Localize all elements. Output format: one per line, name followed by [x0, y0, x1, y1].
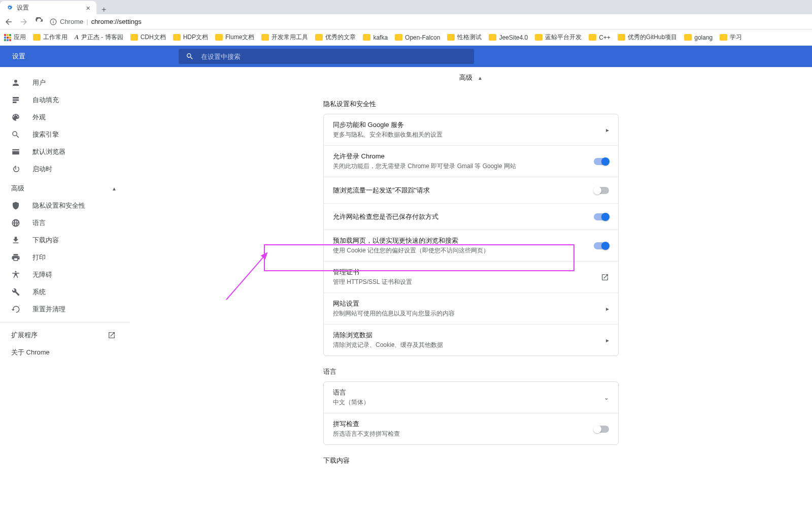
sidebar-item[interactable]: 自动填充: [0, 91, 130, 109]
section-title-downloads: 下载内容: [323, 456, 619, 465]
privacy-card: 同步功能和 Google 服务更多与隐私、安全和数据收集相关的设置▸允许登录 C…: [323, 114, 619, 356]
person-icon: [11, 78, 20, 87]
address-bar: Chrome | chrome://settings: [0, 14, 812, 29]
blog-icon: A: [75, 34, 79, 41]
folder-icon: [130, 34, 138, 41]
svg-rect-1: [53, 21, 53, 23]
bookmark-item[interactable]: 性格测试: [447, 33, 482, 42]
folder-icon: [173, 34, 181, 41]
settings-row[interactable]: 网站设置控制网站可使用的信息以及可向您显示的内容▸: [324, 293, 618, 324]
folder-icon: [33, 34, 41, 41]
settings-search[interactable]: [179, 49, 474, 64]
bookmark-item[interactable]: 工作常用: [33, 33, 67, 42]
folder-icon: [395, 34, 402, 41]
bookmark-item[interactable]: kafka: [363, 34, 388, 41]
close-icon[interactable]: ×: [86, 4, 90, 12]
sidebar-item[interactable]: 无障碍: [0, 266, 130, 283]
sidebar-item[interactable]: 下载内容: [0, 232, 130, 249]
reload-button[interactable]: [35, 17, 44, 26]
search-icon: [11, 130, 20, 139]
language-card: 语言中文（简体）⌄拼写检查所选语言不支持拼写检查: [323, 381, 619, 445]
folder-icon: [261, 34, 269, 41]
folder-icon: [535, 34, 543, 41]
bookmark-item[interactable]: golang: [684, 34, 713, 41]
folder-icon: [315, 34, 323, 41]
bookmark-item[interactable]: Flume文档: [215, 33, 254, 42]
accessibility-icon: [11, 270, 20, 279]
folder-icon: [618, 34, 625, 41]
chevron-right-icon: ▸: [606, 126, 609, 134]
sidebar-item[interactable]: 隐私设置和安全性: [0, 197, 130, 214]
toggle-switch[interactable]: [594, 426, 609, 433]
bookmarks-bar: 应用 工作常用A尹正杰 - 博客园CDH文档HDP文档Flume文档开发常用工具…: [0, 29, 812, 46]
wrench-icon: [11, 287, 20, 297]
sidebar-item[interactable]: 启动时: [0, 160, 130, 178]
browser-icon: [11, 147, 20, 156]
page-title: 设置: [12, 52, 25, 61]
folder-icon: [720, 34, 727, 41]
bookmark-item[interactable]: A尹正杰 - 博客园: [75, 33, 123, 42]
bookmark-item[interactable]: 开发常用工具: [261, 33, 308, 42]
address-input[interactable]: Chrome | chrome://settings: [50, 18, 142, 25]
bookmark-item[interactable]: HDP文档: [173, 33, 208, 42]
palette-icon: [11, 113, 20, 122]
toggle-switch[interactable]: [594, 213, 609, 220]
chevron-up-icon: ▲: [112, 186, 117, 191]
launch-icon: [108, 331, 116, 339]
folder-icon: [363, 34, 370, 41]
advanced-section-header[interactable]: 高级▲: [130, 67, 812, 88]
shield-icon: [11, 201, 20, 210]
autofill-icon: [11, 95, 20, 105]
toggle-switch[interactable]: [594, 242, 609, 249]
section-title-privacy: 隐私设置和安全性: [323, 100, 619, 109]
print-icon: [11, 253, 20, 262]
forward-button[interactable]: [19, 17, 28, 26]
bookmark-item[interactable]: CDH文档: [130, 33, 166, 42]
toggle-switch[interactable]: [594, 158, 609, 165]
apps-shortcut[interactable]: 应用: [4, 33, 26, 42]
bookmark-item[interactable]: C++: [589, 34, 611, 41]
new-tab-button[interactable]: +: [101, 5, 106, 14]
settings-row[interactable]: 随浏览流量一起发送"不跟踪"请求: [324, 177, 618, 203]
bookmark-item[interactable]: 优秀的GitHub项目: [618, 33, 677, 42]
settings-row[interactable]: 预加载网页，以便实现更快速的浏览和搜索使用 Cookie 记住您的偏好设置（即使…: [324, 230, 618, 261]
main-content: 高级▲ 隐私设置和安全性 同步功能和 Google 服务更多与隐私、安全和数据收…: [130, 67, 812, 515]
settings-row[interactable]: 清除浏览数据清除浏览记录、Cookie、缓存及其他数据▸: [324, 324, 618, 356]
settings-row[interactable]: 允许网站检查您是否已保存付款方式: [324, 203, 618, 230]
search-icon: [186, 52, 194, 60]
settings-header: 设置: [0, 46, 812, 67]
sidebar-item[interactable]: 系统: [0, 283, 130, 301]
browser-tab[interactable]: 设置 ×: [0, 1, 96, 14]
settings-row[interactable]: 允许登录 Chrome关闭此功能后，您无需登录 Chrome 即可登录 Gmai…: [324, 145, 618, 177]
search-input[interactable]: [201, 53, 467, 60]
sidebar-item[interactable]: 重置并清理: [0, 301, 130, 318]
sidebar-about[interactable]: 关于 Chrome: [0, 344, 130, 361]
sidebar-advanced-toggle[interactable]: 高级 ▲: [0, 178, 130, 197]
bookmark-item[interactable]: 优秀的文章: [315, 33, 356, 42]
section-title-language: 语言: [323, 367, 619, 376]
chevron-up-icon: ▲: [478, 75, 483, 81]
settings-row[interactable]: 同步功能和 Google 服务更多与隐私、安全和数据收集相关的设置▸: [324, 114, 618, 145]
sidebar-item[interactable]: 用户: [0, 74, 130, 91]
bookmark-item[interactable]: 学习: [720, 33, 742, 42]
bookmark-item[interactable]: 蓝鲸平台开发: [535, 33, 582, 42]
sidebar-item[interactable]: 默认浏览器: [0, 143, 130, 160]
back-button[interactable]: [4, 17, 13, 26]
toggle-switch[interactable]: [594, 187, 609, 194]
sidebar-extensions[interactable]: 扩展程序: [0, 327, 130, 344]
sidebar-item[interactable]: 搜索引擎: [0, 126, 130, 143]
info-icon: [50, 18, 57, 25]
chevron-right-icon: ▸: [606, 337, 609, 344]
sidebar-item[interactable]: 外观: [0, 109, 130, 126]
sidebar-item[interactable]: 语言: [0, 214, 130, 232]
folder-icon: [447, 34, 455, 41]
bookmark-item[interactable]: Open-Falcon: [395, 34, 440, 41]
settings-row[interactable]: 管理证书管理 HTTPS/SSL 证书和设置: [324, 261, 618, 293]
settings-row[interactable]: 语言中文（简体）⌄: [324, 382, 618, 413]
settings-row[interactable]: 拼写检查所选语言不支持拼写检查: [324, 413, 618, 444]
apps-icon: [4, 34, 11, 41]
folder-icon: [684, 34, 692, 41]
sidebar: 用户自动填充外观搜索引擎默认浏览器启动时 高级 ▲ 隐私设置和安全性语言下载内容…: [0, 67, 130, 515]
sidebar-item[interactable]: 打印: [0, 249, 130, 266]
bookmark-item[interactable]: JeeSite4.0: [489, 34, 528, 41]
